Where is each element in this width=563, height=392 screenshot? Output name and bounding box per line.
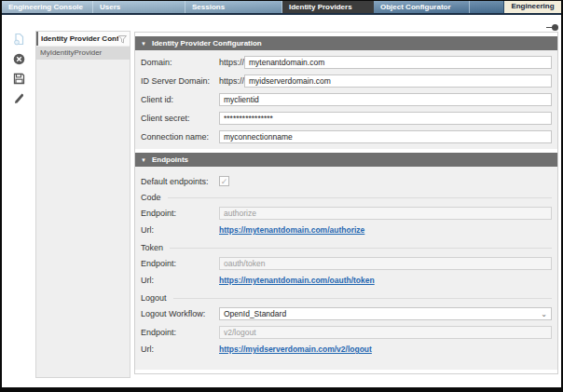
group-divider — [170, 248, 552, 249]
list-panel-title: Identity Provider Conf — [41, 34, 118, 43]
pin-head — [552, 24, 558, 31]
token-group-header: Token — [141, 243, 552, 252]
collapse-icon: ▼ — [141, 41, 146, 47]
connection-name-input[interactable] — [219, 130, 552, 143]
client-secret-row: Client secret: — [141, 112, 552, 125]
section-header-endpoints[interactable]: ▼ Endpoints — [135, 153, 557, 167]
section-title-endpoints: Endpoints — [152, 155, 188, 164]
engineering-perspective-button[interactable]: Engineering — [503, 1, 561, 13]
code-url-label: Url: — [141, 225, 219, 235]
default-endpoints-checkbox — [219, 176, 229, 186]
tab-object-configurator[interactable]: Object Configurator — [374, 1, 470, 13]
token-url-row: Url: https://mytenantdomain.com/oauth/to… — [141, 276, 552, 285]
domain-label: Domain: — [141, 58, 219, 67]
section-title-configuration: Identity Provider Configuration — [152, 39, 262, 47]
id-server-domain-row: ID Server Domain: https:// — [141, 74, 552, 88]
code-url-row: Url: https://mytenantdomain.com/authoriz… — [141, 225, 552, 235]
connection-name-label: Connection name: — [141, 132, 219, 142]
left-toolbar — [2, 15, 35, 387]
collapse-icon: ▼ — [141, 157, 146, 163]
token-endpoint-label: Endpoint: — [141, 259, 219, 268]
configuration-section-body: Domain: https:// ID Server Domain: https… — [135, 50, 557, 149]
token-group-label: Token — [141, 243, 163, 252]
logout-workflow-row: Logout Workflow: OpenId_Standard ⌄ — [141, 307, 552, 320]
delete-icon — [13, 52, 25, 69]
tab-sessions[interactable]: Sessions — [185, 1, 282, 13]
edit-pen-icon — [13, 91, 25, 108]
section-header-configuration[interactable]: ▼ Identity Provider Configuration — [135, 36, 557, 50]
app-content: Engineering Console Users Sessions Ident… — [2, 1, 561, 387]
id-server-domain-label: ID Server Domain: — [141, 76, 219, 86]
tab-engineering-console[interactable]: Engineering Console — [2, 1, 93, 13]
domain-row: Domain: https:// — [141, 56, 552, 69]
code-endpoint-input — [219, 207, 552, 220]
default-endpoints-row: Default endpoints: — [141, 176, 552, 186]
endpoints-section-body: Default endpoints: Code Endpoint: Url: h… — [135, 167, 557, 370]
edit-button[interactable] — [12, 93, 25, 106]
logout-endpoint-input — [219, 326, 552, 339]
tabbar-spacer — [470, 1, 503, 13]
code-group-header: Code — [141, 193, 552, 202]
logout-url-label: Url: — [141, 345, 219, 354]
logout-endpoint-label: Endpoint: — [141, 328, 219, 337]
app-window: Engineering Console Users Sessions Ident… — [0, 0, 563, 392]
list-panel-header: Identity Provider Conf — [36, 32, 130, 46]
connection-name-row: Connection name: — [141, 130, 552, 143]
logout-endpoint-row: Endpoint: — [141, 326, 552, 339]
token-url-label: Url: — [141, 276, 219, 285]
new-provider-button[interactable] — [12, 34, 25, 47]
logout-url-link[interactable]: https://myidserverdomain.com/v2/logout — [219, 345, 372, 354]
token-endpoint-row: Endpoint: — [141, 257, 552, 270]
tab-users[interactable]: Users — [93, 1, 185, 13]
token-endpoint-input — [219, 257, 552, 270]
identity-provider-list-panel: Identity Provider Conf MyIdentityProvide… — [35, 31, 130, 378]
save-icon — [13, 72, 25, 88]
client-id-row: Client id: — [141, 93, 552, 106]
filter-icon[interactable] — [118, 31, 127, 47]
new-document-icon — [13, 33, 25, 49]
token-url-link[interactable]: https://mytenantdomain.com/oauth/token — [219, 276, 375, 285]
logout-group-label: Logout — [141, 293, 167, 303]
code-endpoint-label: Endpoint: — [141, 209, 219, 218]
logout-group-header: Logout — [141, 293, 552, 303]
id-server-domain-input[interactable] — [244, 74, 552, 88]
tab-identity-providers[interactable]: Identity Providers — [282, 1, 374, 13]
identity-provider-config-panel: ▼ Identity Provider Configuration Domain… — [134, 32, 558, 374]
top-tab-bar: Engineering Console Users Sessions Ident… — [2, 1, 561, 13]
code-url-link[interactable]: https://mytenantdomain.com/authorize — [219, 225, 364, 235]
list-item-my-identity-provider[interactable]: MyIdentityProvider — [36, 47, 130, 60]
code-group-label: Code — [141, 193, 161, 202]
domain-https-prefix: https:// — [219, 58, 244, 67]
pin-icon[interactable] — [546, 24, 558, 31]
logout-workflow-label: Logout Workflow: — [141, 309, 219, 318]
domain-input[interactable] — [244, 56, 552, 69]
id-server-https-prefix: https:// — [219, 76, 244, 86]
client-id-label: Client id: — [141, 95, 219, 104]
delete-provider-button[interactable] — [12, 54, 25, 67]
logout-workflow-dropdown[interactable]: OpenId_Standard ⌄ — [219, 307, 552, 320]
save-button[interactable] — [12, 74, 25, 87]
client-secret-input[interactable] — [219, 112, 552, 125]
code-endpoint-row: Endpoint: — [141, 207, 552, 220]
default-endpoints-label: Default endpoints: — [141, 177, 219, 186]
logout-url-row: Url: https://myidserverdomain.com/v2/log… — [141, 345, 552, 354]
logout-workflow-value: OpenId_Standard — [224, 309, 286, 318]
client-secret-label: Client secret: — [141, 114, 219, 123]
client-id-input[interactable] — [219, 93, 552, 106]
group-divider — [168, 197, 552, 198]
group-divider — [173, 298, 552, 299]
chevron-down-icon: ⌄ — [541, 308, 547, 320]
